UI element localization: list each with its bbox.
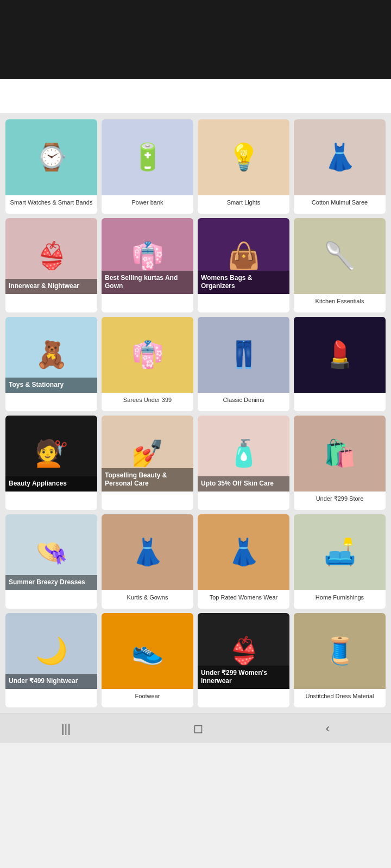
- category-label: Kitchen Essentials: [294, 294, 386, 312]
- category-item-home-furnishings[interactable]: 🛋️ Home Furnishings: [294, 514, 386, 609]
- category-item-beauty-personal[interactable]: 💅 Topselling Beauty & Personal Care: [102, 416, 193, 510]
- category-grid: ⌚ Smart Watches & Smart Bands 🔋 Power ba…: [0, 114, 391, 713]
- category-overlay-label: Toys & Stationary: [5, 378, 97, 393]
- category-label: Top Rated Womens Wear: [198, 590, 289, 609]
- bottom-nav: ||| ◻ ‹: [0, 713, 391, 743]
- category-label: Cotton Mulmul Saree: [294, 195, 386, 214]
- category-label: Smart Lights: [198, 195, 289, 214]
- bottom-nav-back[interactable]: ‹: [326, 722, 330, 736]
- bottom-nav-home[interactable]: ◻: [193, 722, 203, 736]
- category-label: Smart Watches & Smart Bands: [5, 195, 97, 214]
- category-item-innerwear[interactable]: 👙 Innerwear & Nightwear: [5, 218, 97, 312]
- category-overlay-label: Innerwear & Nightwear: [5, 279, 97, 294]
- category-item-makeup[interactable]: 💄 Top Selling Makeup: [294, 317, 386, 411]
- category-label: Footwear: [102, 689, 193, 707]
- category-label: Sarees Under 399: [102, 393, 193, 411]
- category-overlay-label: Best Selling kurtas And Gown: [102, 271, 193, 294]
- category-label: Power bank: [102, 195, 193, 214]
- category-item-womens-innerwear[interactable]: 👙 Under ₹299 Women's Innerwear: [198, 613, 289, 707]
- category-item-denims[interactable]: 👖 Classic Denims: [198, 317, 289, 411]
- category-overlay-label: Summer Breezy Dresses: [5, 575, 97, 590]
- bottom-nav-menu[interactable]: |||: [61, 722, 71, 736]
- category-overlay-label: Under ₹499 Nightwear: [5, 674, 97, 689]
- category-item-womens-wear[interactable]: 👗 Top Rated Womens Wear: [198, 514, 289, 609]
- category-item-power-bank[interactable]: 🔋 Power bank: [102, 119, 193, 214]
- category-overlay-label: Topselling Beauty & Personal Care: [102, 468, 193, 492]
- app-header: [0, 20, 391, 79]
- category-item-cotton-saree[interactable]: 👗 Cotton Mulmul Saree: [294, 119, 386, 214]
- category-label: Home Furnishings: [294, 590, 386, 609]
- category-item-dress-material[interactable]: 🧵 Unstitched Dress Material: [294, 613, 386, 707]
- category-item-footwear[interactable]: 👟 Footwear: [102, 613, 193, 707]
- category-overlay-label: Womens Bags & Organizers: [198, 271, 289, 294]
- category-item-beauty-appliances[interactable]: 💇 Beauty Appliances: [5, 416, 97, 510]
- nav-bar: [0, 79, 391, 114]
- category-item-kurtis-gowns[interactable]: 👗 Kurtis & Gowns: [102, 514, 193, 609]
- category-item-nightwear[interactable]: 🌙 Under ₹499 Nightwear: [5, 613, 97, 707]
- category-label: Unstitched Dress Material: [294, 689, 386, 707]
- category-label: Top Selling Makeup: [294, 393, 386, 411]
- category-item-summer-dresses[interactable]: 👒 Summer Breezy Dresses: [5, 514, 97, 609]
- category-label: Under ₹299 Store: [294, 492, 386, 510]
- category-item-under299[interactable]: 🛍️ Under ₹299 Store: [294, 416, 386, 510]
- category-item-sarees[interactable]: 👘 Sarees Under 399: [102, 317, 193, 411]
- category-item-toys[interactable]: 🧸 Toys & Stationary: [5, 317, 97, 411]
- category-label: Classic Denims: [198, 393, 289, 411]
- category-item-skin-care[interactable]: 🧴 Upto 35% Off Skin Care: [198, 416, 289, 510]
- category-overlay-label: Beauty Appliances: [5, 476, 97, 492]
- category-item-womens-bags[interactable]: 👜 Womens Bags & Organizers: [198, 218, 289, 312]
- status-bar: [0, 0, 391, 20]
- category-overlay-label: Upto 35% Off Skin Care: [198, 476, 289, 492]
- category-item-kurtas[interactable]: 👘 Best Selling kurtas And Gown: [102, 218, 193, 312]
- category-item-smart-watches[interactable]: ⌚ Smart Watches & Smart Bands: [5, 119, 97, 214]
- category-label: Kurtis & Gowns: [102, 590, 193, 609]
- category-item-smart-lights[interactable]: 💡 Smart Lights: [198, 119, 289, 214]
- category-overlay-label: Under ₹299 Women's Innerwear: [198, 666, 289, 689]
- category-item-kitchen[interactable]: 🥄 Kitchen Essentials: [294, 218, 386, 312]
